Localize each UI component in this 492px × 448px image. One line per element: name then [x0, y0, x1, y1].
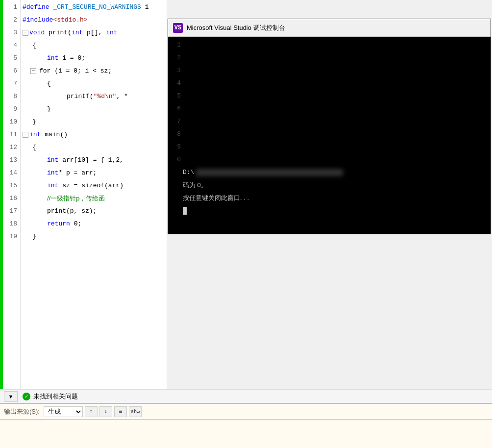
output-line-8 — [183, 128, 489, 141]
bottom-toolbar: 输出来源(S): 生成 ↑ ↓ ≡ ab↵ — [0, 404, 492, 420]
word-wrap-icon: ab↵ — [131, 409, 140, 415]
collapse-icon-11[interactable]: − — [23, 132, 28, 138]
cursor-row — [183, 204, 489, 217]
line-num-14: 14 — [3, 167, 17, 179]
collapse-icon-6[interactable]: − — [30, 68, 36, 74]
console-output: D:\ 码为 0。 按任意键关闭此窗口. . . — [183, 39, 489, 232]
scroll-up-icon: ↑ — [89, 408, 93, 415]
line-num-1: 1 — [3, 1, 17, 14]
path-blurred — [196, 169, 343, 176]
path-row: D:\ — [183, 166, 489, 179]
check-mark: ✓ — [25, 394, 28, 399]
output-line-6 — [183, 102, 489, 115]
scroll-down-icon: ↓ — [104, 408, 107, 415]
bottom-content — [0, 420, 492, 448]
output-source-select[interactable]: 生成 — [44, 406, 83, 417]
scroll-down-button[interactable]: ↓ — [99, 406, 112, 417]
line-num-17: 17 — [3, 205, 17, 218]
console-window[interactable]: VS Microsoft Visual Studio 调试控制台 1 2 3 4… — [168, 19, 491, 234]
code-line-8: printf("%d\n", * — [23, 90, 167, 103]
code-line-13: int arr[10] = { 1,2, — [23, 154, 167, 167]
status-text: 未找到相关问题 — [33, 392, 78, 401]
code-line-4: { — [23, 39, 167, 52]
line-num-15: 15 — [3, 179, 17, 192]
code-line-12: { — [23, 141, 167, 154]
prompt-row: 按任意键关闭此窗口. . . — [183, 192, 489, 204]
output-line-3 — [183, 64, 489, 77]
exit-code-text: 码为 0。 — [183, 179, 207, 192]
code-line-14: int* p = arr; — [23, 167, 167, 179]
output-line-5 — [183, 90, 489, 102]
code-line-16: //一级指针p，传给函 — [23, 192, 167, 205]
code-line-9: } — [23, 103, 167, 116]
dropdown-arrow-icon: ▼ — [8, 394, 14, 399]
output-line-4 — [183, 77, 489, 90]
code-line-2: #include<stdio.h> — [23, 14, 167, 26]
console-line-numbers: 1 2 3 4 5 6 7 8 9 0 — [168, 39, 183, 166]
line-num-6: 6 — [3, 65, 17, 77]
code-line-3: −void print(int p[], int — [23, 26, 167, 39]
bottom-panel: 输出来源(S): 生成 ↑ ↓ ≡ ab↵ — [0, 403, 492, 448]
line-numbers: 1 2 3 4 5 6 7 8 9 10 11 12 13 14 15 16 1… — [3, 0, 21, 402]
line-num-3: 3 — [3, 26, 17, 39]
exit-code-row: 码为 0。 — [183, 179, 489, 192]
output-line-9 — [183, 141, 489, 153]
scroll-up-button[interactable]: ↑ — [85, 406, 98, 417]
code-line-10: } — [23, 116, 167, 128]
code-line-1: #define _CRT_SECURE_NO_WARNINGS 1 — [23, 1, 167, 14]
line-num-8: 8 — [3, 90, 17, 103]
vs-icon: VS — [173, 23, 183, 33]
status-bar: ▼ ✓ 未找到相关问题 — [0, 389, 492, 403]
code-line-5: int i = 0; — [23, 52, 167, 65]
align-icon: ≡ — [119, 408, 122, 415]
code-line-19: } — [23, 230, 167, 243]
editor-area: 1 2 3 4 5 6 7 8 9 10 11 12 13 14 15 16 1… — [0, 0, 167, 402]
output-line-7 — [183, 115, 489, 128]
vs-icon-text: VS — [174, 25, 181, 31]
line-num-12: 12 — [3, 141, 17, 154]
output-line-10 — [183, 153, 489, 166]
code-content[interactable]: #define _CRT_SECURE_NO_WARNINGS 1 #inclu… — [21, 0, 167, 402]
cursor-blink — [183, 207, 187, 215]
collapse-icon-3[interactable]: − — [23, 30, 28, 36]
line-num-18: 18 — [3, 218, 17, 230]
code-line-17: print(p, sz); — [23, 205, 167, 218]
line-num-5: 5 — [3, 52, 17, 65]
code-line-15: int sz = sizeof(arr) — [23, 179, 167, 192]
output-line-2 — [183, 51, 489, 64]
align-button[interactable]: ≡ — [114, 406, 127, 417]
code-line-6: −for (i = 0; i < sz; — [23, 65, 167, 77]
line-num-10: 10 — [3, 116, 17, 128]
check-circle-icon: ✓ — [23, 393, 30, 400]
line-num-4: 4 — [3, 39, 17, 52]
code-line-18: return 0; — [23, 218, 167, 230]
line-num-7: 7 — [3, 77, 17, 90]
prompt-text: 按任意键关闭此窗口. . . — [183, 192, 249, 204]
line-num-2: 2 — [3, 14, 17, 26]
line-num-19: 19 — [3, 230, 17, 243]
code-line-7: { — [23, 77, 167, 90]
line-num-11: 11 — [3, 128, 17, 141]
console-body: 1 2 3 4 5 6 7 8 9 0 D:\ — [168, 37, 491, 234]
console-title-text: Microsoft Visual Studio 调试控制台 — [187, 24, 285, 32]
line-num-9: 9 — [3, 103, 17, 116]
output-line-1 — [183, 39, 489, 51]
line-num-16: 16 — [3, 192, 17, 205]
path-prefix: D:\ — [183, 166, 194, 179]
output-source-label: 输出来源(S): — [4, 407, 40, 416]
console-titlebar: VS Microsoft Visual Studio 调试控制台 — [168, 19, 491, 37]
status-dropdown[interactable]: ▼ — [4, 391, 18, 402]
line-num-13: 13 — [3, 154, 17, 167]
code-line-11: −int main() — [23, 128, 167, 141]
word-wrap-button[interactable]: ab↵ — [129, 406, 142, 417]
